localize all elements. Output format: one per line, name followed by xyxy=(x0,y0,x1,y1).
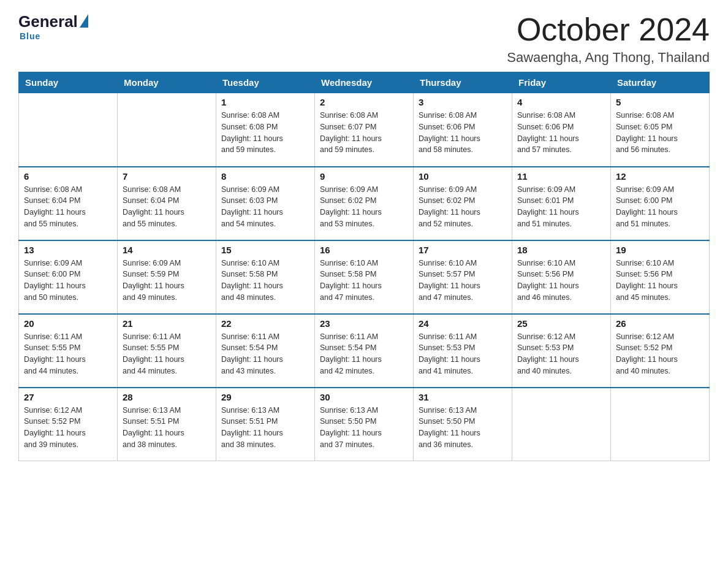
day-number: 22 xyxy=(221,318,309,329)
day-number: 5 xyxy=(616,97,704,107)
day-number: 21 xyxy=(123,318,211,329)
table-row: 30Sunrise: 6:13 AMSunset: 5:50 PMDayligh… xyxy=(315,388,414,461)
col-friday: Friday xyxy=(512,72,611,93)
logo-blue-text: Blue xyxy=(20,31,40,41)
col-sunday: Sunday xyxy=(19,72,118,93)
day-info: Sunrise: 6:08 AMSunset: 6:05 PMDaylight:… xyxy=(616,110,704,156)
day-number: 26 xyxy=(616,318,704,329)
day-info: Sunrise: 6:10 AMSunset: 5:56 PMDaylight:… xyxy=(616,258,704,304)
day-info: Sunrise: 6:09 AMSunset: 6:02 PMDaylight:… xyxy=(419,184,507,230)
table-row xyxy=(118,93,216,167)
day-info: Sunrise: 6:13 AMSunset: 5:51 PMDaylight:… xyxy=(221,405,309,451)
calendar-week-row: 13Sunrise: 6:09 AMSunset: 6:00 PMDayligh… xyxy=(19,240,710,314)
table-row: 2Sunrise: 6:08 AMSunset: 6:07 PMDaylight… xyxy=(315,93,414,167)
table-row: 22Sunrise: 6:11 AMSunset: 5:54 PMDayligh… xyxy=(216,314,315,388)
day-info: Sunrise: 6:10 AMSunset: 5:57 PMDaylight:… xyxy=(419,258,507,304)
table-row: 4Sunrise: 6:08 AMSunset: 6:06 PMDaylight… xyxy=(512,93,611,167)
table-row xyxy=(19,93,118,167)
day-info: Sunrise: 6:11 AMSunset: 5:55 PMDaylight:… xyxy=(123,331,211,377)
day-info: Sunrise: 6:09 AMSunset: 6:00 PMDaylight:… xyxy=(616,184,704,230)
calendar-table: Sunday Monday Tuesday Wednesday Thursday… xyxy=(18,72,710,461)
day-info: Sunrise: 6:09 AMSunset: 6:03 PMDaylight:… xyxy=(221,184,309,230)
table-row: 5Sunrise: 6:08 AMSunset: 6:05 PMDaylight… xyxy=(611,93,710,167)
table-row: 11Sunrise: 6:09 AMSunset: 6:01 PMDayligh… xyxy=(512,167,611,240)
table-row: 19Sunrise: 6:10 AMSunset: 5:56 PMDayligh… xyxy=(611,240,710,314)
day-number: 18 xyxy=(517,245,605,255)
day-number: 16 xyxy=(320,245,408,255)
day-info: Sunrise: 6:13 AMSunset: 5:50 PMDaylight:… xyxy=(320,405,408,451)
day-number: 12 xyxy=(616,171,704,182)
day-number: 6 xyxy=(24,171,112,182)
day-number: 25 xyxy=(517,318,605,329)
day-info: Sunrise: 6:12 AMSunset: 5:52 PMDaylight:… xyxy=(616,331,704,377)
day-info: Sunrise: 6:10 AMSunset: 5:56 PMDaylight:… xyxy=(517,258,605,304)
table-row: 3Sunrise: 6:08 AMSunset: 6:06 PMDaylight… xyxy=(414,93,512,167)
day-number: 29 xyxy=(221,392,309,402)
day-number: 19 xyxy=(616,245,704,255)
day-info: Sunrise: 6:08 AMSunset: 6:04 PMDaylight:… xyxy=(123,184,211,230)
day-number: 24 xyxy=(419,318,507,329)
logo-triangle-icon xyxy=(80,14,88,28)
day-info: Sunrise: 6:10 AMSunset: 5:58 PMDaylight:… xyxy=(221,258,309,304)
table-row: 17Sunrise: 6:10 AMSunset: 5:57 PMDayligh… xyxy=(414,240,512,314)
day-number: 3 xyxy=(419,97,507,107)
day-number: 2 xyxy=(320,97,408,107)
logo: General Blue xyxy=(18,12,88,41)
table-row: 27Sunrise: 6:12 AMSunset: 5:52 PMDayligh… xyxy=(19,388,118,461)
day-info: Sunrise: 6:09 AMSunset: 6:02 PMDaylight:… xyxy=(320,184,408,230)
table-row: 15Sunrise: 6:10 AMSunset: 5:58 PMDayligh… xyxy=(216,240,315,314)
col-thursday: Thursday xyxy=(414,72,512,93)
table-row: 10Sunrise: 6:09 AMSunset: 6:02 PMDayligh… xyxy=(414,167,512,240)
day-number: 7 xyxy=(123,171,211,182)
day-number: 17 xyxy=(419,245,507,255)
table-row: 25Sunrise: 6:12 AMSunset: 5:53 PMDayligh… xyxy=(512,314,611,388)
day-number: 1 xyxy=(221,97,309,107)
day-info: Sunrise: 6:12 AMSunset: 5:53 PMDaylight:… xyxy=(517,331,605,377)
calendar-week-row: 27Sunrise: 6:12 AMSunset: 5:52 PMDayligh… xyxy=(19,388,710,461)
calendar-week-row: 6Sunrise: 6:08 AMSunset: 6:04 PMDaylight… xyxy=(19,167,710,240)
day-info: Sunrise: 6:10 AMSunset: 5:58 PMDaylight:… xyxy=(320,258,408,304)
calendar-header-row: Sunday Monday Tuesday Wednesday Thursday… xyxy=(19,72,710,93)
day-info: Sunrise: 6:08 AMSunset: 6:07 PMDaylight:… xyxy=(320,110,408,156)
day-info: Sunrise: 6:09 AMSunset: 6:00 PMDaylight:… xyxy=(24,258,112,304)
day-number: 28 xyxy=(123,392,211,402)
day-info: Sunrise: 6:08 AMSunset: 6:06 PMDaylight:… xyxy=(419,110,507,156)
table-row xyxy=(611,388,710,461)
day-number: 31 xyxy=(419,392,507,402)
day-number: 15 xyxy=(221,245,309,255)
day-info: Sunrise: 6:11 AMSunset: 5:55 PMDaylight:… xyxy=(24,331,112,377)
day-number: 30 xyxy=(320,392,408,402)
day-number: 4 xyxy=(517,97,605,107)
day-info: Sunrise: 6:12 AMSunset: 5:52 PMDaylight:… xyxy=(24,405,112,451)
day-number: 8 xyxy=(221,171,309,182)
table-row: 23Sunrise: 6:11 AMSunset: 5:54 PMDayligh… xyxy=(315,314,414,388)
table-row: 26Sunrise: 6:12 AMSunset: 5:52 PMDayligh… xyxy=(611,314,710,388)
table-row: 18Sunrise: 6:10 AMSunset: 5:56 PMDayligh… xyxy=(512,240,611,314)
day-info: Sunrise: 6:11 AMSunset: 5:53 PMDaylight:… xyxy=(419,331,507,377)
col-monday: Monday xyxy=(118,72,216,93)
title-block: October 2024 Sawaengha, Ang Thong, Thail… xyxy=(507,12,710,66)
day-number: 9 xyxy=(320,171,408,182)
table-row: 14Sunrise: 6:09 AMSunset: 5:59 PMDayligh… xyxy=(118,240,216,314)
day-info: Sunrise: 6:11 AMSunset: 5:54 PMDaylight:… xyxy=(221,331,309,377)
day-info: Sunrise: 6:09 AMSunset: 5:59 PMDaylight:… xyxy=(123,258,211,304)
table-row: 24Sunrise: 6:11 AMSunset: 5:53 PMDayligh… xyxy=(414,314,512,388)
day-number: 27 xyxy=(24,392,112,402)
table-row: 7Sunrise: 6:08 AMSunset: 6:04 PMDaylight… xyxy=(118,167,216,240)
day-info: Sunrise: 6:11 AMSunset: 5:54 PMDaylight:… xyxy=(320,331,408,377)
col-wednesday: Wednesday xyxy=(315,72,414,93)
day-info: Sunrise: 6:13 AMSunset: 5:51 PMDaylight:… xyxy=(123,405,211,451)
table-row: 20Sunrise: 6:11 AMSunset: 5:55 PMDayligh… xyxy=(19,314,118,388)
day-info: Sunrise: 6:13 AMSunset: 5:50 PMDaylight:… xyxy=(419,405,507,451)
calendar-week-row: 20Sunrise: 6:11 AMSunset: 5:55 PMDayligh… xyxy=(19,314,710,388)
table-row: 29Sunrise: 6:13 AMSunset: 5:51 PMDayligh… xyxy=(216,388,315,461)
col-tuesday: Tuesday xyxy=(216,72,315,93)
table-row xyxy=(512,388,611,461)
col-saturday: Saturday xyxy=(611,72,710,93)
table-row: 13Sunrise: 6:09 AMSunset: 6:00 PMDayligh… xyxy=(19,240,118,314)
day-number: 20 xyxy=(24,318,112,329)
month-title: October 2024 xyxy=(507,12,710,47)
table-row: 28Sunrise: 6:13 AMSunset: 5:51 PMDayligh… xyxy=(118,388,216,461)
table-row: 6Sunrise: 6:08 AMSunset: 6:04 PMDaylight… xyxy=(19,167,118,240)
day-number: 11 xyxy=(517,171,605,182)
